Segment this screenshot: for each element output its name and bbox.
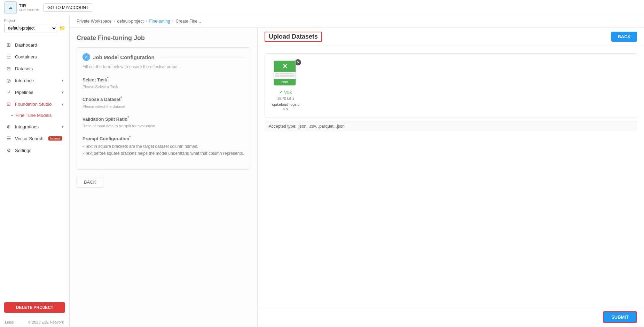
- logo-text: TIR: [19, 3, 26, 8]
- breadcrumb-create-fine: Create Fine...: [176, 19, 201, 24]
- sidebar-item-integrations-label: Integrations: [15, 124, 39, 129]
- legal-link[interactable]: Legal: [5, 320, 14, 324]
- config-check-icon: ✓: [83, 53, 90, 61]
- config-section: ✓ Job Model Configuration Fill out the f…: [77, 47, 250, 170]
- logo-area: ☁ TIR AI PLATFORM: [4, 1, 39, 14]
- sidebar-item-inference-label: Inference: [15, 78, 34, 83]
- inference-chevron: ▼: [61, 79, 64, 82]
- sidebar-item-datasets[interactable]: ⊟ Datasets: [0, 63, 69, 74]
- prompt-note-1: - Text in square brackets are the target…: [83, 143, 244, 150]
- page-content: Create Fine-tuning Job ✓ Job Model Confi…: [70, 27, 644, 327]
- sidebar-item-integrations[interactable]: ⊕ Integrations ▼: [0, 121, 69, 133]
- choose-dataset-label: Choose a Dataset*: [83, 96, 244, 102]
- internal-badge: Internal: [48, 136, 62, 141]
- valid-check-icon: ✔: [279, 90, 283, 95]
- integrations-chevron: ▼: [61, 125, 64, 129]
- content-area: Private Workspace › default-project › Fi…: [70, 15, 644, 327]
- sidebar-item-pipelines-label: Pipelines: [15, 90, 33, 95]
- sidebar-item-containers[interactable]: ☰ Containers: [0, 51, 69, 63]
- valid-label: Valid: [284, 90, 292, 94]
- upload-panel: Upload Datasets BACK ✕: [258, 27, 644, 327]
- project-label: Project: [4, 19, 65, 23]
- file-valid-row: ✔ Valid: [279, 90, 292, 95]
- containers-icon: ☰: [6, 54, 11, 59]
- copyright-text: © 2023 E2E Network: [28, 320, 64, 324]
- validation-split-group: Validation Split Ratio* Ratio of input d…: [83, 115, 244, 128]
- go-to-account-button[interactable]: GO TO MYACCOUNT: [44, 3, 92, 12]
- sidebar-item-foundation-studio-label: Foundation Studio: [15, 102, 52, 107]
- config-section-divider: [160, 57, 244, 57]
- integrations-icon: ⊕: [6, 124, 11, 129]
- sidebar-item-vector-search[interactable]: ☰ Vector Search Internal: [0, 133, 69, 144]
- upload-area: ✕ ✕ CSV: [258, 46, 644, 307]
- breadcrumb-sep-2: ›: [146, 19, 147, 24]
- validation-split-sub: Ratio of input data to be split for eval…: [83, 124, 244, 128]
- file-icon: ✕ CSV: [274, 61, 298, 88]
- sidebar-item-settings-label: Settings: [15, 148, 31, 153]
- settings-icon: ⚙: [6, 147, 11, 153]
- config-subtitle: Fill out the form below to ensure the ef…: [83, 64, 244, 69]
- breadcrumb-default-project: default-project: [117, 19, 143, 24]
- breadcrumb: Private Workspace › default-project › Fi…: [70, 15, 644, 27]
- project-select-row: default-project 📁: [4, 24, 65, 32]
- breadcrumb-sep-1: ›: [113, 19, 115, 24]
- sidebar-item-datasets-label: Datasets: [15, 66, 33, 71]
- file-preview-area: ✕ ✕ CSV: [265, 53, 637, 118]
- config-section-header: ✓ Job Model Configuration: [83, 53, 244, 61]
- form-back-button[interactable]: BACK: [77, 177, 103, 188]
- nav-items: ⊞ Dashboard ☰ Containers ⊟ Datasets ◎ In…: [0, 36, 69, 298]
- file-size: 28.70 kB: [277, 97, 291, 101]
- breadcrumb-sep-3: ›: [172, 19, 174, 24]
- sidebar-item-vector-search-label: Vector Search: [15, 136, 44, 141]
- info-icon: ℹ: [292, 96, 294, 101]
- sidebar-item-fine-tune-models[interactable]: ● Fine Tune Models: [11, 110, 69, 121]
- submit-button[interactable]: SUBMIT: [603, 311, 637, 323]
- select-task-sublabel: Please Select a Task: [83, 85, 244, 89]
- sidebar-item-foundation-studio[interactable]: ⊡ Foundation Studio ▲: [0, 98, 69, 110]
- prompt-config-label: Prompt Configuration*: [83, 135, 244, 141]
- sidebar-item-pipelines[interactable]: ⑂ Pipelines ▼: [0, 86, 69, 98]
- prompt-note-2: - Text before square brackets helps the …: [83, 150, 244, 157]
- upload-footer: SUBMIT: [258, 307, 644, 327]
- upload-panel-title: Upload Datasets: [265, 32, 322, 42]
- sidebar-item-inference[interactable]: ◎ Inference ▼: [0, 74, 69, 86]
- sidebar: Project default-project 📁 ⊞ Dashboard ☰ …: [0, 15, 70, 327]
- sidebar-item-dashboard-label: Dashboard: [15, 42, 37, 48]
- choose-dataset-group: Choose a Dataset* Please select the data…: [83, 96, 244, 108]
- project-select[interactable]: default-project: [4, 24, 57, 32]
- delete-project-button[interactable]: DELETE PROJECT: [4, 302, 65, 313]
- file-size-row: 28.70 kB ℹ: [277, 96, 294, 101]
- validation-split-label: Validation Split Ratio*: [83, 115, 244, 122]
- breadcrumb-private-workspace: Private Workspace: [77, 19, 111, 24]
- logo-text-area: TIR AI PLATFORM: [19, 3, 39, 12]
- foundation-studio-subnav: ● Fine Tune Models: [0, 110, 69, 121]
- select-task-label: Select Task*: [83, 76, 244, 82]
- foundation-studio-chevron: ▲: [61, 102, 64, 106]
- config-section-title: Job Model Configuration: [93, 54, 155, 60]
- sidebar-item-dashboard[interactable]: ⊞ Dashboard: [0, 39, 69, 51]
- file-card: ✕ ✕ CSV: [272, 61, 300, 111]
- file-name: spikeloud-logs.cs v: [272, 102, 300, 111]
- pipelines-icon: ⑂: [6, 89, 11, 95]
- logo-icon: ☁: [9, 6, 12, 9]
- dashboard-icon: ⊞: [6, 42, 11, 48]
- sidebar-item-settings[interactable]: ⚙ Settings: [0, 144, 69, 156]
- upload-back-button[interactable]: BACK: [611, 32, 637, 42]
- upload-panel-header: Upload Datasets BACK: [258, 27, 644, 46]
- fine-tune-dot: ●: [11, 114, 13, 117]
- accepted-types: Accepted type: .json, .csv, .parquet, .j…: [265, 121, 637, 131]
- folder-icon[interactable]: 📁: [59, 25, 65, 31]
- logo-subtext: AI PLATFORM: [19, 8, 39, 12]
- logo-box: ☁: [4, 1, 17, 14]
- sidebar-footer: Legal © 2023 E2E Network: [0, 317, 69, 327]
- top-bar: ☁ TIR AI PLATFORM GO TO MYACCOUNT: [0, 0, 644, 15]
- form-panel: Create Fine-tuning Job ✓ Job Model Confi…: [70, 27, 258, 327]
- prompt-config-group: Prompt Configuration* - Text in square b…: [83, 135, 244, 157]
- form-actions: BACK: [77, 177, 250, 188]
- project-selector: Project default-project 📁: [0, 15, 69, 36]
- choose-dataset-sublabel: Please select the dataset: [83, 104, 244, 109]
- vector-search-icon: ☰: [6, 136, 11, 141]
- form-panel-title: Create Fine-tuning Job: [77, 34, 250, 42]
- main-layout: Project default-project 📁 ⊞ Dashboard ☰ …: [0, 15, 644, 327]
- breadcrumb-fine-tuning[interactable]: Fine-tuning: [149, 19, 170, 24]
